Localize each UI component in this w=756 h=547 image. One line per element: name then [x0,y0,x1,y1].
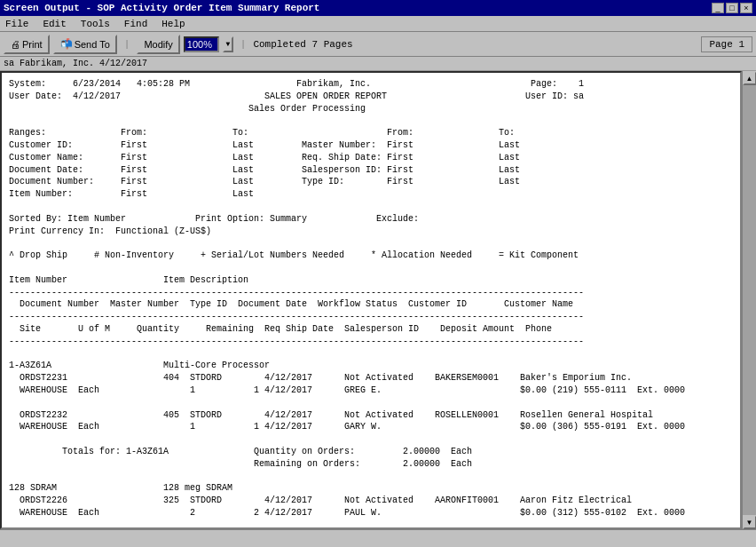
scroll-up-button[interactable]: ▲ [743,71,757,85]
report-area[interactable]: System: 6/23/2014 4:05:28 PM Fabrikam, I… [0,71,742,529]
maximize-button[interactable]: □ [726,3,738,13]
send-to-button[interactable]: 📬 Send To [53,35,117,54]
vertical-scrollbar: ▲ ▼ [742,71,756,529]
report-content: System: 6/23/2014 4:05:28 PM Fabrikam, I… [9,78,733,529]
modify-dropdown-arrow[interactable]: ▼ [223,36,233,52]
send-icon: 📬 [60,38,73,50]
close-button[interactable]: × [740,3,752,13]
printer-icon: 🖨 [11,39,20,50]
menu-tools[interactable]: Tools [79,19,112,29]
toolbar: 🖨 Print 📬 Send To | Modify ▼ | Completed… [0,32,756,57]
main-window: Screen Output - SOP Activity Order Item … [0,0,756,547]
scroll-track[interactable] [743,85,757,515]
menu-file[interactable]: File [4,19,30,29]
top-info-bar: sa Fabrikam, Inc. 4/12/2017 [0,57,756,71]
minimize-button[interactable]: _ [712,3,724,13]
top-bar-info: sa Fabrikam, Inc. 4/12/2017 [4,59,147,68]
title-bar: Screen Output - SOP Activity Order Item … [0,0,756,16]
progress-text: Completed 7 Pages [253,39,352,50]
title-bar-text: Screen Output - SOP Activity Order Item … [4,3,319,13]
menu-help[interactable]: Help [160,19,186,29]
send-to-label: Send To [75,39,110,50]
print-button[interactable]: 🖨 Print [4,35,50,54]
report-area-wrapper: System: 6/23/2014 4:05:28 PM Fabrikam, I… [0,71,756,529]
page-indicator: Page 1 [701,36,752,52]
menu-find[interactable]: Find [122,19,149,29]
modify-button[interactable]: Modify [137,35,179,54]
status-bar [0,529,756,547]
menu-bar: File Edit Tools Find Help [0,16,756,32]
title-bar-buttons: _ □ × [712,3,752,13]
modify-label: Modify [144,39,172,50]
modify-input[interactable] [184,36,219,52]
scroll-down-button[interactable]: ▼ [743,515,757,529]
print-label: Print [22,39,43,50]
menu-edit[interactable]: Edit [41,19,67,29]
